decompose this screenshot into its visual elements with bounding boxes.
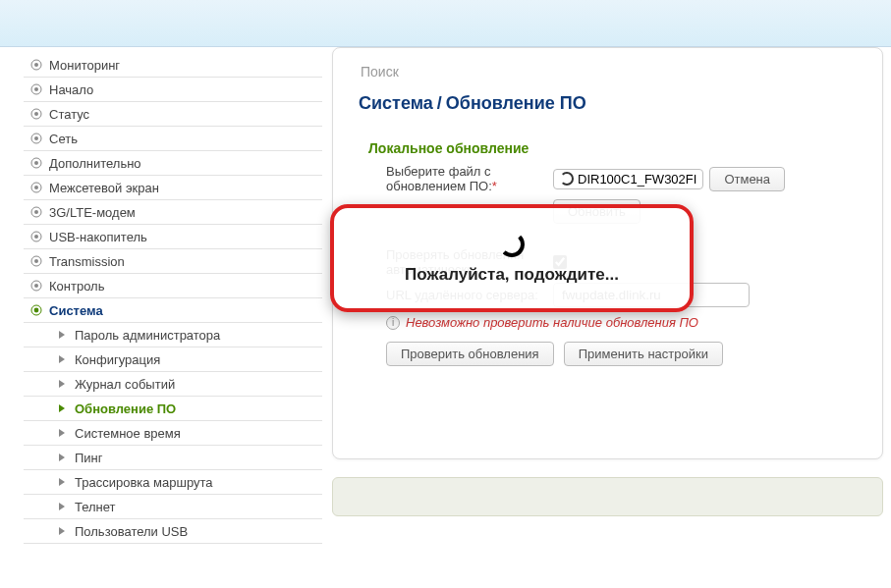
arrow-icon: [55, 328, 69, 342]
bullet-icon: [29, 107, 43, 121]
sidebar-child-usb-users[interactable]: Пользователи USB: [24, 519, 322, 544]
sidebar-item-label: Обновление ПО: [75, 401, 176, 416]
arrow-icon: [55, 377, 69, 391]
search-input[interactable]: Поиск: [359, 60, 857, 93]
svg-point-9: [34, 161, 38, 165]
svg-point-1: [34, 63, 38, 67]
sidebar-item-label: Transmission: [49, 254, 125, 269]
bullet-icon: [29, 279, 43, 293]
arrow-icon: [55, 401, 69, 415]
arrow-icon: [55, 426, 69, 440]
sidebar-child-log[interactable]: Журнал событий: [24, 372, 322, 397]
loading-message: Пожалуйста, подождите...: [405, 265, 619, 285]
sidebar-item-label: Система: [49, 303, 103, 318]
sidebar-child-time[interactable]: Системное время: [24, 421, 322, 446]
sidebar-item-status[interactable]: Статус: [24, 102, 322, 127]
svg-point-21: [34, 308, 39, 313]
spinner-large-icon: [499, 232, 525, 257]
check-updates-button[interactable]: Проверить обновления: [386, 342, 554, 366]
bullet-icon: [29, 205, 43, 219]
bullet-icon: [29, 58, 43, 72]
sidebar-item-label: Телнет: [75, 500, 116, 514]
sidebar-item-label: 3G/LTE-модем: [49, 205, 136, 220]
spinner-icon: [560, 172, 574, 186]
breadcrumb: Система/Обновление ПО: [359, 93, 857, 131]
bullet-icon: [29, 230, 43, 243]
sidebar: Мониторинг Начало Статус Сеть Дополнител…: [0, 47, 322, 588]
bullet-icon: [29, 181, 43, 194]
sidebar-item-label: Сеть: [49, 132, 78, 146]
breadcrumb-current: Обновление ПО: [446, 93, 586, 113]
sidebar-item-usb-storage[interactable]: USB-накопитель: [24, 225, 322, 249]
sidebar-item-label: Системное время: [75, 426, 181, 441]
svg-point-15: [34, 235, 38, 239]
sidebar-child-ping[interactable]: Пинг: [24, 446, 322, 470]
arrow-icon: [55, 500, 69, 513]
arrow-icon: [55, 451, 69, 464]
sidebar-item-label: Межсетевой экран: [49, 181, 159, 195]
apply-settings-button[interactable]: Применить настройки: [564, 342, 723, 366]
error-message: i Невозможно проверить наличие обновлени…: [386, 315, 857, 330]
bullet-icon: [29, 156, 43, 170]
sidebar-item-label: Конфигурация: [75, 352, 160, 367]
arrow-icon: [55, 475, 69, 489]
sidebar-item-label: Пароль администратора: [75, 328, 220, 343]
sidebar-item-label: Статус: [49, 107, 89, 122]
loading-modal: Пожалуйста, подождите...: [330, 204, 694, 312]
svg-point-19: [34, 284, 38, 288]
sidebar-item-modem[interactable]: 3G/LTE-модем: [24, 200, 322, 225]
sidebar-item-advanced[interactable]: Дополнительно: [24, 151, 322, 176]
svg-point-13: [34, 210, 38, 214]
top-bar: [0, 0, 891, 47]
sidebar-child-traceroute[interactable]: Трассировка маршрута: [24, 470, 322, 495]
arrow-icon: [55, 352, 69, 366]
sidebar-item-system[interactable]: Система: [24, 298, 322, 323]
footer-band: [332, 477, 883, 516]
bullet-icon: [29, 254, 43, 268]
sidebar-item-label: Трассировка маршрута: [75, 475, 213, 490]
info-icon: i: [386, 316, 400, 330]
sidebar-item-label: Журнал событий: [75, 377, 175, 392]
sidebar-item-start[interactable]: Начало: [24, 78, 322, 102]
file-label: Выберите файл с обновлением ПО:*: [386, 164, 553, 193]
sidebar-item-control[interactable]: Контроль: [24, 274, 322, 298]
sidebar-item-label: Пользователи USB: [75, 524, 188, 539]
bullet-icon: [29, 82, 43, 96]
svg-point-11: [34, 186, 38, 189]
sidebar-child-password[interactable]: Пароль администратора: [24, 323, 322, 347]
sidebar-item-label: Контроль: [49, 279, 104, 294]
breadcrumb-root[interactable]: Система: [359, 93, 433, 113]
svg-point-17: [34, 259, 38, 263]
sidebar-item-network[interactable]: Сеть: [24, 127, 322, 151]
sidebar-item-label: Начало: [49, 82, 93, 97]
sidebar-item-monitoring[interactable]: Мониторинг: [24, 53, 322, 78]
svg-point-3: [34, 87, 38, 91]
svg-point-7: [34, 136, 38, 140]
sidebar-item-transmission[interactable]: Transmission: [24, 249, 322, 274]
sidebar-child-telnet[interactable]: Телнет: [24, 495, 322, 519]
sidebar-item-label: USB-накопитель: [49, 230, 147, 244]
bullet-icon: [29, 132, 43, 145]
file-picker[interactable]: DIR100C1_FW302FI: [553, 169, 703, 189]
sidebar-item-label: Пинг: [75, 451, 103, 465]
sidebar-item-label: Дополнительно: [49, 156, 141, 171]
svg-point-5: [34, 112, 38, 116]
section-local-title: Локальное обновление: [368, 140, 857, 156]
cancel-button[interactable]: Отмена: [709, 167, 785, 191]
sidebar-item-label: Мониторинг: [49, 58, 120, 73]
sidebar-child-firmware[interactable]: Обновление ПО: [24, 397, 322, 421]
arrow-icon: [55, 524, 69, 538]
bullet-expanded-icon: [29, 303, 43, 317]
sidebar-child-config[interactable]: Конфигурация: [24, 347, 322, 372]
content: Поиск Система/Обновление ПО Локальное об…: [322, 47, 891, 588]
file-name: DIR100C1_FW302FI: [578, 172, 696, 187]
sidebar-item-firewall[interactable]: Межсетевой экран: [24, 176, 322, 200]
